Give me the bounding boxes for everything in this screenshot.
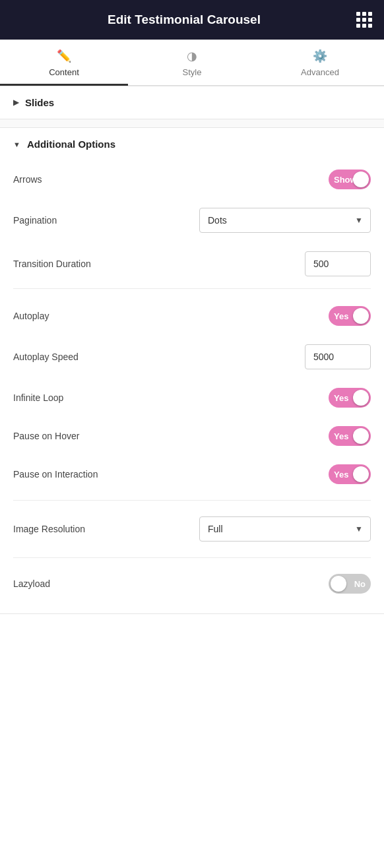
autoplay-label: Autoplay bbox=[13, 311, 49, 321]
pagination-label: Pagination bbox=[13, 215, 57, 226]
infinite-loop-toggle-label: Yes bbox=[334, 393, 348, 403]
slides-section-label: Slides bbox=[25, 97, 54, 108]
lazyload-row: Lazyload No bbox=[0, 565, 384, 603]
tab-content-label: Content bbox=[49, 67, 79, 77]
pause-interaction-label: Pause on Interaction bbox=[13, 469, 98, 480]
tab-bar: ✏️ Content ◑ Style ⚙️ Advanced bbox=[0, 40, 384, 86]
pause-interaction-toggle[interactable]: Yes bbox=[329, 464, 371, 484]
transition-duration-input[interactable] bbox=[305, 251, 371, 276]
pagination-select[interactable]: None Dots Fraction Progress Bar bbox=[199, 208, 371, 233]
pause-hover-toggle-knob bbox=[353, 428, 369, 444]
image-resolution-select[interactable]: Thumbnail Medium Large Full bbox=[199, 516, 371, 542]
additional-options-header[interactable]: ▼ Additional Options bbox=[0, 128, 384, 160]
tab-advanced-label: Advanced bbox=[301, 67, 339, 77]
divider-1 bbox=[13, 288, 371, 289]
half-circle-icon: ◑ bbox=[187, 49, 197, 63]
image-resolution-row: Image Resolution Thumbnail Medium Large … bbox=[0, 507, 384, 551]
slides-section: ▶ Slides bbox=[0, 86, 384, 119]
divider-2 bbox=[13, 500, 371, 501]
pause-hover-label: Pause on Hover bbox=[13, 431, 79, 441]
autoplay-toggle[interactable]: Yes bbox=[329, 306, 371, 326]
additional-options-label: Additional Options bbox=[27, 139, 115, 150]
additional-options-section: ▼ Additional Options Arrows Show Paginat… bbox=[0, 127, 384, 614]
transition-duration-row: Transition Duration bbox=[0, 242, 384, 286]
pencil-icon: ✏️ bbox=[57, 49, 71, 63]
grid-icon[interactable] bbox=[356, 12, 372, 28]
gear-icon: ⚙️ bbox=[313, 49, 327, 63]
content-area: ▶ Slides ▼ Additional Options Arrows Sho… bbox=[0, 86, 384, 614]
app-header: Edit Testimonial Carousel bbox=[0, 0, 384, 40]
slides-collapse-arrow: ▶ bbox=[13, 98, 18, 107]
infinite-loop-toggle-knob bbox=[353, 390, 369, 406]
lazyload-label: Lazyload bbox=[13, 578, 50, 589]
image-resolution-label: Image Resolution bbox=[13, 524, 85, 534]
arrows-label: Arrows bbox=[13, 174, 42, 185]
pagination-row: Pagination None Dots Fraction Progress B… bbox=[0, 199, 384, 242]
autoplay-speed-row: Autoplay Speed bbox=[0, 335, 384, 379]
pause-interaction-row: Pause on Interaction Yes bbox=[0, 455, 384, 493]
lazyload-toggle[interactable]: No bbox=[329, 574, 371, 594]
infinite-loop-label: Infinite Loop bbox=[13, 392, 63, 403]
transition-duration-label: Transition Duration bbox=[13, 259, 91, 269]
arrows-row: Arrows Show bbox=[0, 160, 384, 199]
lazyload-toggle-label: No bbox=[354, 579, 366, 589]
arrows-toggle[interactable]: Show bbox=[329, 170, 371, 189]
divider-3 bbox=[13, 557, 371, 558]
pagination-select-wrapper: None Dots Fraction Progress Bar ▼ bbox=[199, 208, 371, 233]
tab-advanced[interactable]: ⚙️ Advanced bbox=[256, 40, 384, 85]
slides-section-header[interactable]: ▶ Slides bbox=[0, 86, 384, 119]
pause-interaction-toggle-knob bbox=[353, 466, 369, 482]
tab-content[interactable]: ✏️ Content bbox=[0, 40, 128, 85]
image-resolution-select-wrapper: Thumbnail Medium Large Full ▼ bbox=[199, 516, 371, 542]
autoplay-speed-input[interactable] bbox=[305, 344, 371, 369]
pause-hover-toggle-label: Yes bbox=[334, 431, 348, 441]
autoplay-toggle-label: Yes bbox=[334, 311, 348, 321]
pause-hover-toggle[interactable]: Yes bbox=[329, 426, 371, 446]
pause-interaction-toggle-label: Yes bbox=[334, 470, 348, 480]
autoplay-speed-label: Autoplay Speed bbox=[13, 352, 79, 362]
infinite-loop-toggle[interactable]: Yes bbox=[329, 388, 371, 408]
tab-style-label: Style bbox=[183, 67, 202, 77]
page-title: Edit Testimonial Carousel bbox=[108, 13, 261, 27]
autoplay-row: Autoplay Yes bbox=[0, 297, 384, 335]
lazyload-toggle-knob bbox=[331, 576, 346, 592]
autoplay-toggle-knob bbox=[353, 308, 369, 324]
additional-options-arrow: ▼ bbox=[13, 140, 20, 148]
tab-style[interactable]: ◑ Style bbox=[128, 40, 256, 85]
arrows-toggle-knob bbox=[353, 171, 369, 187]
infinite-loop-row: Infinite Loop Yes bbox=[0, 379, 384, 417]
pause-hover-row: Pause on Hover Yes bbox=[0, 417, 384, 455]
